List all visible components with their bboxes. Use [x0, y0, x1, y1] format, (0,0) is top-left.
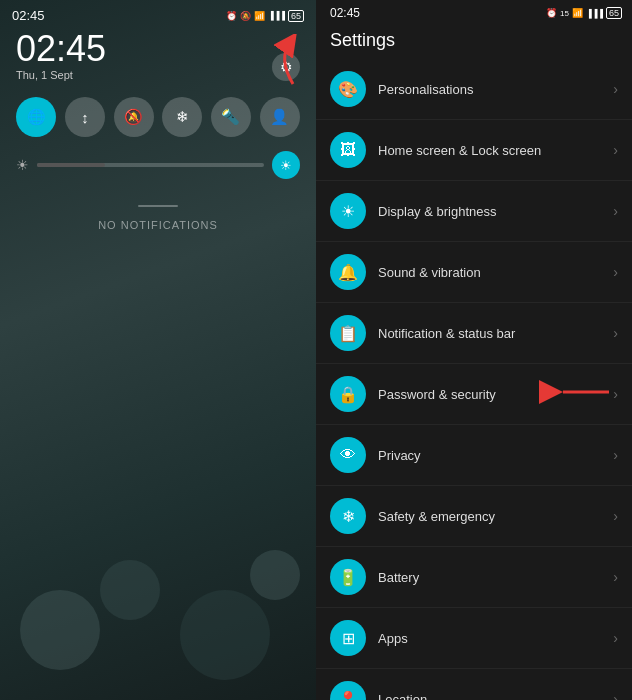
status-bar-right: 02:45 ⏰ 15 📶 ▐▐▐ 65: [316, 0, 632, 24]
apps-label: Apps: [378, 631, 613, 646]
settings-item-sound[interactable]: 🔔 Sound & vibration ›: [316, 242, 632, 303]
user-toggle-icon: 👤: [270, 108, 289, 126]
signal-icon-right: ▐▐▐: [586, 9, 603, 18]
settings-item-notification[interactable]: 📋 Notification & status bar ›: [316, 303, 632, 364]
wifi-icon-left: 📶: [254, 11, 265, 21]
silent-toggle-icon: 🔕: [124, 108, 143, 126]
battery-chevron: ›: [613, 569, 618, 585]
data-toggle[interactable]: ↕: [65, 97, 105, 137]
brightness-high-button[interactable]: ☀: [272, 151, 300, 179]
red-arrow-left: [248, 34, 308, 89]
settings-title: Settings: [316, 24, 632, 59]
personalisations-chevron: ›: [613, 81, 618, 97]
brightness-row: ☀ ☀: [0, 145, 316, 185]
notification-icon: 📋: [330, 315, 366, 351]
user-toggle[interactable]: 👤: [260, 97, 300, 137]
apps-icon: ⊞: [330, 620, 366, 656]
battery-status-right: 15: [560, 9, 569, 18]
signal-icon-left: ▐▐▐: [268, 11, 285, 20]
right-time: 02:45: [330, 6, 360, 20]
battery-icon: 🔋: [330, 559, 366, 595]
settings-item-location[interactable]: 📍 Location ›: [316, 669, 632, 700]
quick-toggles: 🌐 ↕ 🔕 ❄ 🔦 👤: [0, 89, 316, 145]
personalisations-icon: 🎨: [330, 71, 366, 107]
clock-date: Thu, 1 Sept: [16, 69, 106, 81]
home-screen-label: Home screen & Lock screen: [378, 143, 613, 158]
home-screen-chevron: ›: [613, 142, 618, 158]
sound-label: Sound & vibration: [378, 265, 613, 280]
personalisations-label: Personalisations: [378, 82, 613, 97]
settings-item-password[interactable]: 🔒 Password & security ›: [316, 364, 632, 425]
torch-toggle[interactable]: 🔦: [211, 97, 251, 137]
left-status-icons: ⏰ 🔕 📶 ▐▐▐ 65: [226, 10, 304, 22]
password-chevron: ›: [613, 386, 618, 402]
battery-icon-left: 65: [288, 10, 304, 22]
safety-chevron: ›: [613, 508, 618, 524]
torch-toggle-icon: 🔦: [221, 108, 240, 126]
location-icon: 📍: [330, 681, 366, 700]
status-bar-left: 02:45 ⏰ 🔕 📶 ▐▐▐ 65: [0, 0, 316, 27]
no-notifications-text: NO NOTIFICATIONS: [98, 219, 218, 231]
sound-icon: 🔔: [330, 254, 366, 290]
brightness-low-icon: ☀: [16, 157, 29, 173]
safety-label: Safety & emergency: [378, 509, 613, 524]
bluetooth-toggle-icon: ❄: [176, 108, 189, 126]
location-label: Location: [378, 692, 613, 701]
privacy-chevron: ›: [613, 447, 618, 463]
safety-icon: ❄: [330, 498, 366, 534]
red-arrow-password: [555, 380, 610, 408]
settings-item-home-screen[interactable]: 🖼 Home screen & Lock screen ›: [316, 120, 632, 181]
alarm-icon-right: ⏰: [546, 8, 557, 18]
settings-item-privacy[interactable]: 👁 Privacy ›: [316, 425, 632, 486]
brightness-bar[interactable]: [37, 163, 264, 167]
apps-chevron: ›: [613, 630, 618, 646]
right-status-icons: ⏰ 15 📶 ▐▐▐ 65: [546, 7, 622, 19]
display-chevron: ›: [613, 203, 618, 219]
volume-icon: 🔕: [240, 11, 251, 21]
wifi-toggle-icon: 🌐: [27, 108, 46, 126]
wifi-toggle[interactable]: 🌐: [16, 97, 56, 137]
privacy-label: Privacy: [378, 448, 613, 463]
settings-item-personalisations[interactable]: 🎨 Personalisations ›: [316, 59, 632, 120]
clock-time: 02:45: [16, 31, 106, 67]
data-toggle-icon: ↕: [81, 109, 89, 126]
sound-chevron: ›: [613, 264, 618, 280]
notification-chevron: ›: [613, 325, 618, 341]
alarm-icon: ⏰: [226, 11, 237, 21]
settings-item-display[interactable]: ☀ Display & brightness ›: [316, 181, 632, 242]
privacy-icon: 👁: [330, 437, 366, 473]
wifi-icon-right: 📶: [572, 8, 583, 18]
silent-toggle[interactable]: 🔕: [114, 97, 154, 137]
settings-item-battery[interactable]: 🔋 Battery ›: [316, 547, 632, 608]
notification-label: Notification & status bar: [378, 326, 613, 341]
left-time: 02:45: [12, 8, 45, 23]
right-panel: 02:45 ⏰ 15 📶 ▐▐▐ 65 Settings 🎨 Personali…: [316, 0, 632, 700]
divider: [138, 205, 178, 207]
settings-list: 🎨 Personalisations › 🖼 Home screen & Loc…: [316, 59, 632, 700]
settings-item-safety[interactable]: ❄ Safety & emergency ›: [316, 486, 632, 547]
display-icon: ☀: [330, 193, 366, 229]
battery-icon-right: 65: [606, 7, 622, 19]
location-chevron: ›: [613, 691, 618, 700]
home-screen-icon: 🖼: [330, 132, 366, 168]
brightness-high-icon: ☀: [280, 158, 292, 173]
notification-area: NO NOTIFICATIONS: [0, 185, 316, 700]
battery-label: Battery: [378, 570, 613, 585]
settings-item-apps[interactable]: ⊞ Apps ›: [316, 608, 632, 669]
bluetooth-toggle[interactable]: ❄: [162, 97, 202, 137]
left-panel: 02:45 ⏰ 🔕 📶 ▐▐▐ 65 02:45 Thu, 1 Sept ⚙: [0, 0, 316, 700]
password-icon: 🔒: [330, 376, 366, 412]
display-label: Display & brightness: [378, 204, 613, 219]
